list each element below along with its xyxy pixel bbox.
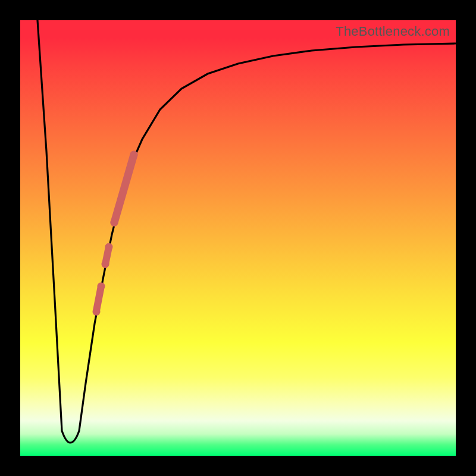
marker-dot: [102, 261, 109, 268]
plot-area: TheBottleneck.com: [20, 20, 456, 456]
highlight-segment-upper: [114, 155, 134, 223]
marker-dot: [98, 283, 105, 290]
chart-svg: [20, 20, 456, 456]
chart-frame: TheBottleneck.com: [0, 0, 476, 476]
marker-dot: [93, 308, 101, 316]
marker-dot: [111, 219, 118, 227]
bottleneck-curve-path: [37, 20, 456, 443]
marker-dot: [105, 243, 113, 251]
marker-dot: [130, 151, 138, 159]
